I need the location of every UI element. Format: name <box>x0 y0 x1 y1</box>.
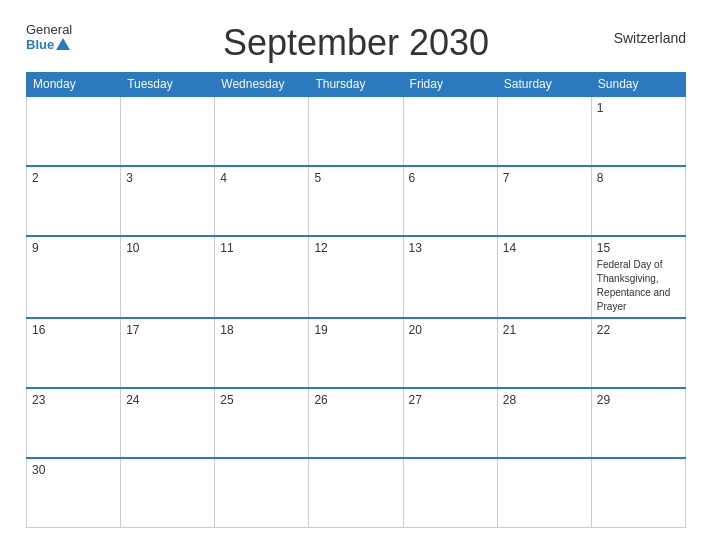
week-row-5: 23 24 25 26 27 28 29 <box>27 388 686 458</box>
day-cell-empty-2 <box>215 458 309 528</box>
day-cell-11: 11 <box>215 236 309 318</box>
day-cell <box>215 96 309 166</box>
week-row-6: 30 <box>27 458 686 528</box>
day-cell-25: 25 <box>215 388 309 458</box>
day-cell-14: 14 <box>497 236 591 318</box>
day-cell-13: 13 <box>403 236 497 318</box>
week-row-3: 9 10 11 12 13 14 15 Federal Day of Thank… <box>27 236 686 318</box>
calendar-table: Monday Tuesday Wednesday Thursday Friday… <box>26 72 686 529</box>
day-cell-empty-4 <box>403 458 497 528</box>
day-cell-23: 23 <box>27 388 121 458</box>
col-sunday: Sunday <box>591 72 685 96</box>
day-cell-22: 22 <box>591 318 685 388</box>
day-cell-27: 27 <box>403 388 497 458</box>
day-cell-2: 2 <box>27 166 121 236</box>
col-wednesday: Wednesday <box>215 72 309 96</box>
header-row: Monday Tuesday Wednesday Thursday Friday… <box>27 72 686 96</box>
logo-blue-row: Blue <box>26 37 70 52</box>
event-thanksgiving: Federal Day of Thanksgiving, Repentance … <box>597 259 670 312</box>
col-thursday: Thursday <box>309 72 403 96</box>
calendar-header: General Blue September 2030 Switzerland <box>26 22 686 64</box>
day-cell-5: 5 <box>309 166 403 236</box>
day-cell <box>309 96 403 166</box>
day-cell <box>497 96 591 166</box>
day-cell-8: 8 <box>591 166 685 236</box>
calendar-title: September 2030 <box>223 22 489 64</box>
col-monday: Monday <box>27 72 121 96</box>
week-row-2: 2 3 4 5 6 7 8 <box>27 166 686 236</box>
day-cell-20: 20 <box>403 318 497 388</box>
logo-blue-text: Blue <box>26 37 54 52</box>
day-cell-10: 10 <box>121 236 215 318</box>
day-cell-28: 28 <box>497 388 591 458</box>
logo: General Blue <box>26 22 72 52</box>
day-cell <box>403 96 497 166</box>
day-cell-15: 15 Federal Day of Thanksgiving, Repentan… <box>591 236 685 318</box>
day-cell-9: 9 <box>27 236 121 318</box>
calendar-container: General Blue September 2030 Switzerland … <box>11 12 701 539</box>
day-cell-1: 1 <box>591 96 685 166</box>
day-cell-19: 19 <box>309 318 403 388</box>
day-cell-empty-6 <box>591 458 685 528</box>
day-cell-18: 18 <box>215 318 309 388</box>
day-cell-6: 6 <box>403 166 497 236</box>
day-cell-empty-3 <box>309 458 403 528</box>
day-cell-16: 16 <box>27 318 121 388</box>
day-cell <box>121 96 215 166</box>
day-cell-empty-5 <box>497 458 591 528</box>
day-cell-4: 4 <box>215 166 309 236</box>
country-label: Switzerland <box>614 30 686 46</box>
day-cell-24: 24 <box>121 388 215 458</box>
col-tuesday: Tuesday <box>121 72 215 96</box>
day-cell-empty-1 <box>121 458 215 528</box>
day-cell-26: 26 <box>309 388 403 458</box>
day-cell-21: 21 <box>497 318 591 388</box>
day-cell-7: 7 <box>497 166 591 236</box>
day-cell-30: 30 <box>27 458 121 528</box>
day-cell-17: 17 <box>121 318 215 388</box>
week-row-4: 16 17 18 19 20 21 22 <box>27 318 686 388</box>
day-cell-12: 12 <box>309 236 403 318</box>
day-cell <box>27 96 121 166</box>
col-saturday: Saturday <box>497 72 591 96</box>
day-cell-29: 29 <box>591 388 685 458</box>
logo-triangle-icon <box>56 38 70 50</box>
week-row-1: 1 <box>27 96 686 166</box>
day-cell-3: 3 <box>121 166 215 236</box>
col-friday: Friday <box>403 72 497 96</box>
logo-general-text: General <box>26 22 72 37</box>
